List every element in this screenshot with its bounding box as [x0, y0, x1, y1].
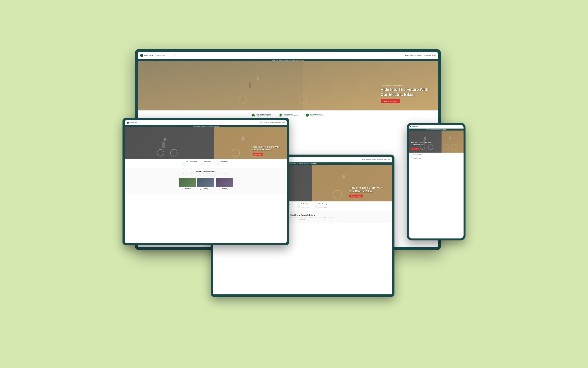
logo-icon: [140, 54, 143, 57]
t2-nav-about[interactable]: About Us: [366, 159, 371, 160]
tablet-poss-cards: Commuting Aliquet arcu ac habitant Trave…: [128, 178, 284, 191]
tablet-feature-eco: Eco-Friendly Aliquet arcu ac habitant: [201, 161, 213, 166]
tablet-shield-icon: [217, 162, 219, 165]
tablet2-shield-icon: [315, 205, 318, 208]
nav-bikes[interactable]: Bikes: [432, 55, 436, 56]
tablet-browse-button[interactable]: Browse Our Bikes: [253, 153, 263, 156]
tablet2-hero-heading: Ride Into The Future With Our Electric B…: [349, 186, 382, 193]
nav-about[interactable]: About Us: [410, 55, 416, 56]
svg-rect-37: [441, 131, 464, 153]
nav-reviews[interactable]: Reviews: [417, 55, 422, 56]
feature-warranty: 2 2-Year Warranty Aliquet arcu ac habita…: [305, 113, 324, 117]
desktop-promo-bar: Get 10% off your first purchase with cou…: [138, 59, 438, 61]
leaf-icon: [279, 113, 282, 117]
tablet-poss-desc: Your adventure is there to be experience…: [181, 173, 230, 176]
tablet2-feat-warranty: 2-Year Warranty Aliquet arcu ac habitant: [315, 203, 328, 209]
svg-point-19: [163, 137, 166, 141]
tablet-logo: Avada E-Bike: [127, 122, 137, 124]
phone-screen: Avada E-Bike Get 10% off your first purc…: [409, 125, 464, 238]
tablet-nav-links: Home About Us Reviews Accessories Bikes: [260, 122, 285, 123]
tablet-mockup: Avada E-Bike Home About Us Reviews Acces…: [122, 118, 289, 245]
phone-mockup: Avada E-Bike Get 10% off your first purc…: [407, 123, 466, 240]
svg-rect-20: [162, 142, 165, 148]
shield-icon: 2: [305, 113, 309, 117]
desktop-hero: Experience the future of biking Ride Int…: [138, 61, 438, 110]
tablet-feature-warranty-text: 2-Year Warranty Aliquet arcu ac habitant: [220, 161, 229, 166]
promo-text: Get 10% off your first purchase with cou…: [272, 59, 298, 61]
tablet-card-commuting-label: Commuting Aliquet arcu ac habitant: [179, 187, 196, 191]
desktop-search[interactable]: [155, 54, 403, 57]
hero-label: Experience the future of biking: [381, 84, 429, 86]
nav-home[interactable]: Home: [405, 55, 408, 56]
logo-text: Avada E-Bike: [144, 55, 153, 56]
phone-hero-heading: Ride Into The Future With Our Electric B…: [411, 141, 431, 146]
tablet-feature-warranty: 2-Year Warranty Aliquet arcu ac habitant: [217, 161, 229, 166]
hero-text: Experience the future of biking Ride Int…: [381, 84, 429, 103]
tablet2-feat-warranty-text: 2-Year Warranty Aliquet arcu ac habitant: [318, 203, 328, 209]
feature-warranty-text: 2-Year Warranty Aliquet arcu ac habitant: [310, 114, 324, 117]
tablet2-browse-button[interactable]: Browse Our Bikes: [349, 195, 363, 197]
t-nav-acc[interactable]: Accessories: [275, 122, 281, 123]
search-input[interactable]: [155, 54, 175, 57]
svg-point-42: [449, 136, 451, 139]
hero-browse-button[interactable]: Browse Our Bikes: [381, 99, 400, 103]
tablet-hero-content: Ride Into The Future With Our Electric B…: [253, 146, 279, 156]
tablet-card-travel-label: Travel Aliquet arcu ac habitant: [197, 187, 214, 191]
tablet-card-explore[interactable]: Explore Aliquet arcu ac habitant: [216, 178, 233, 191]
tablet-truck-icon: [183, 162, 185, 165]
t2-nav-reviews[interactable]: Reviews: [372, 159, 376, 160]
tablet-hero-left: [125, 127, 214, 159]
scene: Avada E-Bike Home About Us Reviews Acces…: [122, 49, 466, 319]
nav-accessories[interactable]: Accessories: [424, 55, 431, 56]
tablet-card-commuting[interactable]: Commuting Aliquet arcu ac habitant: [179, 178, 196, 191]
phone-truck-icon: [411, 156, 413, 158]
tablet2-leaf-icon: [297, 205, 300, 208]
svg-point-14: [252, 116, 253, 117]
tablet2-hero-content: Ride Into The Future With Our Electric B…: [349, 186, 382, 197]
feature-shipping: Fast & Free Shipping Aliquet arcu ac hab…: [251, 113, 271, 117]
tablet-card-explore-label: Explore Aliquet arcu ac habitant: [216, 187, 233, 191]
desktop-navbar: Avada E-Bike Home About Us Reviews Acces…: [138, 52, 438, 59]
t-nav-bikes[interactable]: Bikes: [282, 122, 285, 123]
hero-heading: Ride Into The Future With Our Electric B…: [381, 87, 429, 97]
tablet2-feat-eco-text: Eco-Friendly Aliquet arcu ac habitant: [301, 203, 310, 209]
phone-browse-button[interactable]: Browse Our Bikes: [411, 148, 419, 150]
tablet-card-explore-bg: [216, 178, 233, 187]
tablet-navbar: Avada E-Bike Home About Us Reviews Acces…: [125, 120, 287, 125]
t2-nav-home[interactable]: Home: [362, 159, 365, 160]
svg-point-15: [254, 116, 255, 117]
t2-nav-bikes[interactable]: Bikes: [384, 159, 386, 160]
t2-nav-acc[interactable]: Accessories: [377, 159, 383, 160]
phone-hero-content: Ride Into The Future With Our Electric B…: [411, 141, 431, 150]
svg-point-24: [241, 136, 245, 141]
tablet-feature-shipping-text: Fast & Free Shipping Aliquet arcu ac hab…: [186, 161, 197, 166]
t-nav-home[interactable]: Home: [260, 122, 263, 123]
tablet-card-commuting-bg: [179, 178, 196, 187]
t-nav-reviews[interactable]: Reviews: [270, 122, 274, 123]
t2-nav-shop[interactable]: Shop: [387, 159, 390, 160]
tablet-screen: Avada E-Bike Home About Us Reviews Acces…: [125, 120, 287, 243]
tablet-card-travel[interactable]: Travel Aliquet arcu ac habitant: [197, 178, 214, 191]
tablet-leaf-icon: [201, 162, 203, 165]
svg-rect-18: [125, 127, 214, 159]
tablet-feature-shipping: Fast & Free Shipping Aliquet arcu ac hab…: [183, 161, 197, 166]
phone-features: Fast & Free Shipping Aliquet arcu ac hab…: [409, 153, 464, 161]
svg-marker-13: [254, 114, 255, 116]
svg-point-38: [424, 137, 426, 140]
feature-eco-text: Eco-Friendly Aliquet arcu ac habitant: [284, 114, 298, 117]
t-nav-about[interactable]: About Us: [264, 122, 269, 123]
phone-navbar: Avada E-Bike: [409, 125, 464, 129]
tablet-logo-dot: [127, 122, 129, 124]
phone-logo: Avada E-Bike: [410, 126, 418, 127]
tablet-feature-eco-text: Eco-Friendly Aliquet arcu ac habitant: [204, 161, 213, 166]
tablet2-feat-eco: Eco-Friendly Aliquet arcu ac habitant: [297, 203, 310, 209]
tablet-promo: Get 10% off your first purchase with cou…: [125, 125, 287, 127]
svg-point-33: [342, 175, 345, 179]
tablet-poss-heading: Endless Possibilities: [128, 170, 284, 172]
phone-feat-shipping: Fast & Free Shipping Aliquet arcu ac hab…: [411, 154, 462, 160]
tablet-hero: Ride Into The Future With Our Electric B…: [125, 127, 287, 159]
tablet-card-travel-bg: [197, 178, 214, 187]
tablet-possibilities: Endless Possibilities Your adventure is …: [125, 168, 287, 194]
phone-feat-shipping-text: Fast & Free Shipping Aliquet arcu ac hab…: [414, 154, 423, 160]
feature-eco: Eco-Friendly Aliquet arcu ac habitant: [279, 113, 298, 117]
